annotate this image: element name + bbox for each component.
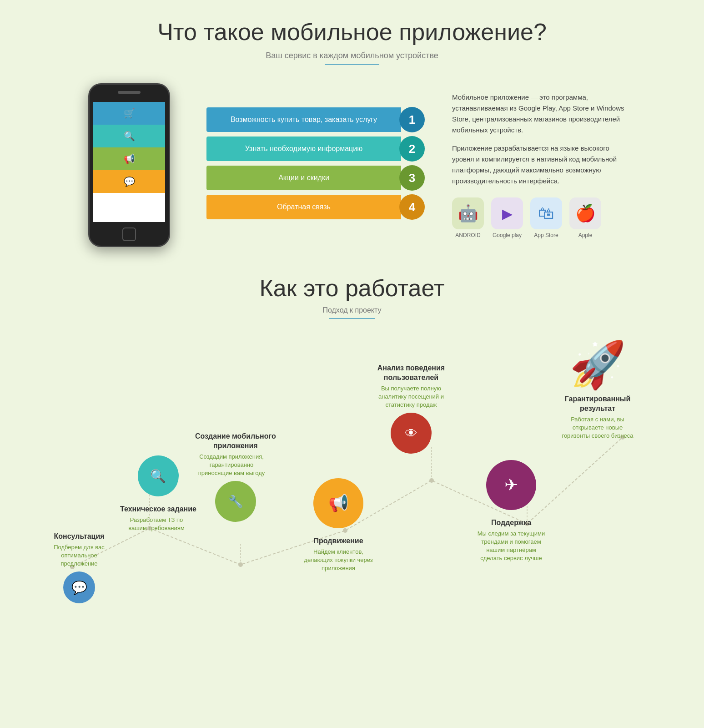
phone-icon-mega: 📢 xyxy=(124,153,135,164)
feature-item-2: Узнать необходимую информацию 2 xyxy=(206,136,425,162)
node-techspec: 🔍 Техническое задание Разработаем ТЗ по … xyxy=(120,455,196,532)
desc-text-1: Мобильное приложение — это программа, ус… xyxy=(452,92,625,136)
node-consultation-title: Консультация xyxy=(43,532,116,541)
android-label: ANDROID xyxy=(452,232,484,238)
node-support-title: Поддержка xyxy=(475,518,548,528)
google-play-label: Google play xyxy=(491,232,523,238)
section2-title: Как это работает xyxy=(27,274,677,302)
phone-icon-cart: 🛒 xyxy=(124,108,135,119)
dot-5 xyxy=(429,478,434,483)
node-techspec-icon: 🔍 xyxy=(138,455,179,496)
feature-item-1: Возможность купить товар, заказать услуг… xyxy=(206,107,425,132)
phone-home-button xyxy=(122,228,136,241)
main-title: Что такое мобильное приложение? xyxy=(27,18,677,46)
node-creation-desc: Создадим приложения, гарантированно прин… xyxy=(195,453,268,478)
node-consultation-icon: 💬 xyxy=(63,571,95,603)
section2-divider xyxy=(329,318,375,319)
node-promotion: 📢 Продвижение Найдем клиентов, делающих … xyxy=(302,478,375,572)
node-creation-icon: 🔧 xyxy=(215,481,256,522)
node-result-desc: Работая с нами, вы открываете новые гори… xyxy=(561,415,634,440)
app-store-label: App Store xyxy=(530,232,562,238)
store-android: 🤖 ANDROID xyxy=(452,197,484,238)
node-creation-title: Создание мобильногоприложения xyxy=(195,432,276,451)
phone-menu-item-4: 💬 xyxy=(93,170,165,193)
store-apple: 🍎 Apple xyxy=(569,197,601,238)
feature-num-2: 2 xyxy=(399,136,425,162)
node-support: ✈ Поддержка Мы следим за текущими тренда… xyxy=(475,460,548,563)
store-appstore: 🛍 App Store xyxy=(530,197,562,238)
phone-menu-item-2: 🔍 xyxy=(93,125,165,147)
section2: Как это работает Подход к проекту xyxy=(0,256,704,651)
phone-menu-item-1: 🛒 xyxy=(93,102,165,125)
feature-num-4: 4 xyxy=(399,194,425,220)
phone-speaker xyxy=(118,91,141,94)
section2-subtitle: Подход к проекту xyxy=(27,306,677,314)
rocket-icon: 🚀 xyxy=(569,342,626,387)
node-techspec-desc: Разработаем ТЗ по вашим требованиям xyxy=(120,516,193,532)
node-creation: Создание мобильногоприложения Создадим п… xyxy=(195,428,276,522)
dot-3 xyxy=(238,562,243,567)
description-area: Мобильное приложение — это программа, ус… xyxy=(452,92,625,238)
feature-bar-2: Узнать необходимую информацию xyxy=(206,136,401,161)
phone-icon-chat: 💬 xyxy=(124,176,135,187)
features-list: Возможность купить товар, заказать услуг… xyxy=(206,107,425,223)
section1: Что такое мобильное приложение? Ваш серв… xyxy=(0,0,704,256)
workflow-diagram: Консультация Подберем для вас оптимально… xyxy=(34,333,670,642)
node-support-icon: ✈ xyxy=(486,460,536,510)
phone-menu-item-3: 📢 xyxy=(93,147,165,170)
node-promotion-desc: Найдем клиентов, делающих покупки через … xyxy=(302,548,375,573)
phone-body: 🛒 🔍 📢 💬 xyxy=(88,83,170,247)
node-analytics-title: Анализ поведенияпользователей xyxy=(375,364,448,383)
phone-icon-search: 🔍 xyxy=(124,131,135,142)
phone-screen: 🛒 🔍 📢 💬 xyxy=(93,102,165,222)
feature-bar-4: Обратная связь xyxy=(206,195,401,219)
store-icons: 🤖 ANDROID ▶ Google play 🛍 App Store 🍎 Ap… xyxy=(452,197,625,238)
apple-icon: 🍎 xyxy=(569,197,601,229)
node-promotion-title: Продвижение xyxy=(302,536,375,546)
subtitle-divider xyxy=(325,64,379,65)
apple-label: Apple xyxy=(569,232,601,238)
feature-item-3: Акции и скидки 3 xyxy=(206,165,425,191)
feature-item-4: Обратная связь 4 xyxy=(206,194,425,220)
node-analytics-icon: 👁 xyxy=(391,413,432,454)
node-support-desc: Мы следим за текущими трендами и помогае… xyxy=(475,530,548,563)
android-icon: 🤖 xyxy=(452,197,484,229)
node-techspec-title: Техническое задание xyxy=(120,505,196,514)
feature-num-1: 1 xyxy=(399,107,425,132)
node-analytics-desc: Вы получаете полную аналитику посещений … xyxy=(375,384,448,410)
node-consultation: Консультация Подберем для вас оптимально… xyxy=(43,528,116,603)
feature-bar-1: Возможность купить товар, заказать услуг… xyxy=(206,107,401,132)
content-row: 🛒 🔍 📢 💬 Возможно xyxy=(27,83,677,247)
google-play-icon: ▶ xyxy=(491,197,523,229)
phone-mockup: 🛒 🔍 📢 💬 xyxy=(79,83,179,247)
node-result-title: Гарантированныйрезультат xyxy=(561,394,634,414)
store-googleplay: ▶ Google play xyxy=(491,197,523,238)
desc-text-2: Приложение разрабатывается на языке высо… xyxy=(452,143,625,187)
subtitle: Ваш сервис в каждом мобильном устройстве xyxy=(27,51,677,61)
node-consultation-desc: Подберем для вас оптимальное предложение xyxy=(43,543,116,568)
node-result: 🚀 Гарантированныйрезультат Работая с нам… xyxy=(561,342,634,440)
feature-bar-3: Акции и скидки xyxy=(206,166,401,190)
node-analytics: Анализ поведенияпользователей Вы получае… xyxy=(375,360,448,454)
app-store-icon: 🛍 xyxy=(530,197,562,229)
node-promotion-icon: 📢 xyxy=(313,478,363,528)
feature-num-3: 3 xyxy=(399,165,425,191)
